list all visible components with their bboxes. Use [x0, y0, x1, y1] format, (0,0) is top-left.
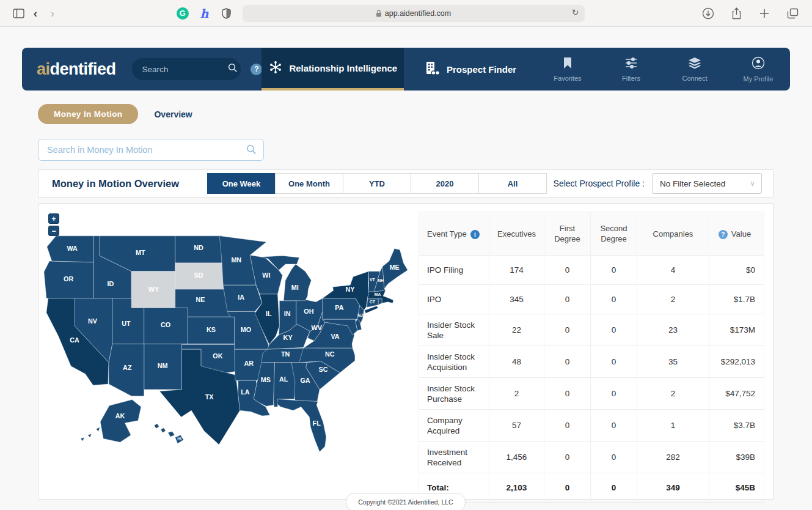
table-cell: 1,456 [489, 442, 544, 473]
state-HI-3[interactable] [168, 432, 175, 437]
table-cell: Investment Received [419, 442, 489, 473]
table-cell: 0 [591, 346, 637, 378]
logo-rest: dentified [50, 60, 116, 79]
downloads-icon[interactable] [700, 5, 717, 22]
table-cell: 48 [489, 346, 544, 378]
table-cell: $3.7B [709, 410, 764, 442]
state-HI-1[interactable] [154, 424, 159, 429]
table-cell: 2 [637, 378, 709, 410]
overview-toolbar: Money in Motion Overview One WeekOne Mon… [38, 169, 774, 198]
table-cell: $39B [709, 442, 764, 473]
state-label-AR: AR [244, 360, 254, 367]
reload-icon[interactable]: ↻ [572, 7, 579, 17]
table-header-first-degree: First Degree [544, 212, 591, 256]
back-button[interactable]: ‹ [27, 5, 44, 22]
state-RI[interactable] [378, 299, 382, 305]
new-tab-icon[interactable] [756, 5, 773, 22]
total-cell: 2,103 [489, 473, 544, 503]
table-cell: $292,013 [709, 346, 764, 378]
state-AK-i1[interactable] [96, 427, 100, 432]
state-AK[interactable] [100, 400, 141, 443]
state-label-KS: KS [207, 326, 216, 333]
table-cell: 0 [591, 285, 637, 314]
state-label-NM: NM [158, 362, 168, 369]
table-cell: 23 [637, 314, 709, 346]
state-MI[interactable] [283, 264, 311, 301]
money-in-motion-tab[interactable]: Money In Motion [38, 104, 138, 124]
grammarly-extension-icon[interactable]: G [176, 7, 189, 20]
state-label-WV: WV [312, 324, 323, 331]
state-label-TX: TX [205, 393, 214, 401]
tab-relationship-intelligence[interactable]: Relationship Intelligence [262, 48, 404, 91]
time-filter-ytd[interactable]: YTD [343, 173, 411, 194]
total-cell: 0 [591, 473, 637, 503]
prospect-icon [423, 60, 441, 79]
state-HI-2[interactable] [161, 428, 166, 433]
state-label-MN: MN [231, 256, 241, 264]
prospect-profile-select[interactable]: No Filter Selected ∨ [652, 173, 762, 194]
table-cell: 22 [489, 314, 544, 346]
state-label-MA: MA [375, 292, 381, 297]
info-icon[interactable]: i [470, 230, 480, 239]
state-label-IL: IL [266, 310, 272, 317]
table-cell: 0 [544, 314, 591, 346]
state-label-AZ: AZ [123, 364, 132, 371]
state-label-VT: VT [370, 278, 376, 282]
state-label-LA: LA [241, 388, 250, 396]
sidebar-toggle-icon[interactable] [10, 5, 27, 22]
table-cell: 0 [544, 378, 591, 410]
money-search-input[interactable] [38, 139, 264, 161]
state-label-SC: SC [318, 366, 327, 373]
logo-ai: ai [37, 60, 50, 79]
table-cell: 35 [637, 346, 709, 378]
time-filter-one-month[interactable]: One Month [275, 173, 343, 194]
tab-overview-icon[interactable] [784, 5, 801, 22]
nav-item-my-profile[interactable]: My Profile [726, 48, 790, 91]
overview-tab[interactable]: Overview [154, 109, 192, 119]
table-cell: $1.7B [709, 285, 764, 314]
table-cell: IPO [419, 285, 489, 314]
state-label-HI-4: HI [177, 437, 181, 441]
state-label-CO: CO [161, 321, 170, 328]
map-zoom-out-button[interactable]: − [48, 226, 59, 236]
map-zoom-in-button[interactable]: + [48, 213, 59, 224]
time-filter-2020[interactable]: 2020 [411, 173, 479, 194]
aidentified-logo[interactable]: aidentified [22, 48, 132, 91]
table-cell: Company Acquired [419, 410, 489, 442]
state-AK-i2[interactable] [88, 434, 92, 437]
table-cell: 282 [637, 442, 709, 473]
network-icon [268, 60, 283, 76]
table-header-event-type: Event Typei [419, 212, 489, 256]
share-icon[interactable] [728, 5, 745, 22]
nav-item-filters[interactable]: Filters [599, 48, 663, 91]
nav-item-label: Connect [682, 75, 707, 82]
nav-item-connect[interactable]: Connect [663, 48, 726, 91]
table-cell: 2 [637, 285, 709, 314]
table-cell: 0 [544, 442, 591, 473]
state-label-NC: NC [325, 350, 335, 358]
total-cell: $45B [709, 473, 764, 503]
shield-extension-icon[interactable] [220, 7, 233, 20]
url-text: app.aidentified.com [385, 9, 451, 18]
honey-extension-icon[interactable]: h [198, 7, 211, 20]
nav-items: FavoritesFiltersConnectMy Profile [536, 48, 790, 91]
time-filter-one-week[interactable]: One Week [207, 173, 276, 194]
state-label-MI: MI [291, 284, 299, 291]
state-label-MT: MT [136, 249, 145, 256]
us-map: WAORIDMTWYNDSDNEKSOKTXNMAZUTCONVCAMNIAMO… [43, 233, 415, 476]
table-cell: $173M [709, 314, 764, 346]
nav-search-input[interactable] [132, 58, 241, 80]
state-AK-i3[interactable] [81, 437, 84, 441]
search-help-icon[interactable]: ? [251, 64, 262, 75]
forward-button[interactable]: › [44, 5, 61, 22]
sliders-icon [624, 57, 638, 72]
tab-prospect-finder[interactable]: Prospect Finder [404, 48, 536, 91]
help-icon[interactable]: ? [719, 230, 728, 239]
nav-item-favorites[interactable]: Favorites [536, 48, 599, 91]
time-filter-all[interactable]: All [478, 173, 547, 194]
state-NY-LI[interactable] [365, 306, 379, 314]
overview-title: Money in Motion Overview [52, 178, 208, 190]
table-cell: Insider Stock Purchase [419, 378, 489, 410]
address-bar[interactable]: app.aidentified.com ↻ [243, 5, 585, 22]
state-label-NY: NY [346, 286, 355, 293]
